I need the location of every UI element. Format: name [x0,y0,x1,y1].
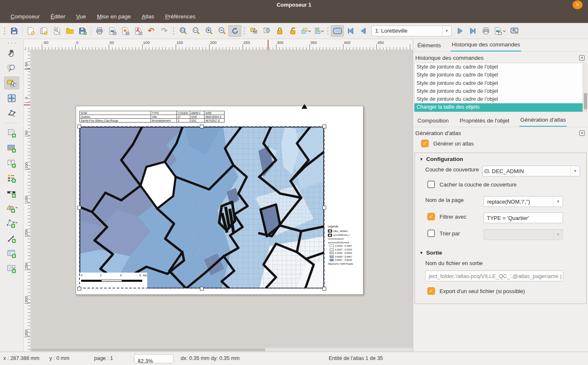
configuration-header[interactable]: ▼ Configuration [419,156,463,162]
toolbar-grip[interactable] [243,26,246,36]
save-icon[interactable] [8,25,20,37]
selection-handle[interactable] [77,287,81,291]
atlas-feature-combobox[interactable]: 1: Loretteville ▼ [371,26,452,36]
list-item[interactable]: Style de jointure du cadre de l'objet [414,63,583,71]
selection-handle[interactable] [77,206,81,209]
add-arrow-icon[interactable] [4,232,19,245]
selection-handle[interactable] [200,287,204,291]
selection-handle[interactable] [200,125,204,128]
output-filename-input[interactable]: ject_folder,'/atlas-pcq/VILLE_QC_',@atla… [425,271,563,281]
sort-checkbox[interactable] [427,230,435,237]
unlock-icon[interactable] [286,25,299,37]
select-move-item-icon[interactable] [247,25,260,37]
list-item-selected[interactable]: Changer la taille des objets [414,103,583,111]
window-close-button[interactable]: ✕ [573,0,583,9]
add-basic-shape-icon[interactable] [4,202,19,215]
selection-handle[interactable] [77,125,81,128]
tab-composition[interactable]: Composition [417,115,450,127]
add-attribute-table-icon[interactable] [4,247,19,260]
close-icon[interactable]: ✕ [579,55,585,61]
tab-item-properties[interactable]: Propriétés de l'objet [459,115,510,127]
zoom-actual-icon[interactable]: 1:1 [189,25,202,37]
hide-coverage-checkbox[interactable] [427,181,435,188]
add-html-frame-icon[interactable] [4,262,19,275]
filter-checkbox[interactable]: ✓ [427,213,435,220]
select-move-item-tool-icon[interactable] [4,77,19,89]
menu-preferences[interactable]: Préférences [161,12,200,21]
canvas-horizontal-scrollbar[interactable] [31,348,413,352]
zoom-in-icon[interactable] [202,25,215,37]
attribute-table-item[interactable]: NOM TYPE CODEID ABREV AIRE Québec Ville … [79,111,225,123]
export-pdf-icon[interactable] [132,25,145,37]
menu-editer[interactable]: Éditer [46,12,70,21]
atlas-first-icon[interactable] [344,25,357,37]
raise-items-icon[interactable] [299,25,312,37]
add-image-icon[interactable] [4,142,19,155]
edit-nodes-tool-icon[interactable] [4,107,19,120]
print-atlas-icon[interactable] [479,25,492,37]
atlas-previous-icon[interactable] [357,25,370,37]
open-folder-icon[interactable] [63,25,76,37]
add-scalebar-icon[interactable] [4,187,19,200]
selection-handle[interactable] [322,206,326,209]
list-item[interactable]: Style de jointure du cadre de l'objet [414,95,583,103]
export-svg-icon[interactable] [119,25,132,37]
list-item[interactable]: Style de jointure du cadre de l'objet [414,71,583,79]
refresh-view-icon[interactable] [228,25,241,37]
zoom-tool-icon[interactable] [4,61,19,74]
menu-composeur[interactable]: Composeur [6,12,44,21]
lock-icon[interactable] [273,25,286,37]
legend-item[interactable]: Légende DEC_ADMIN grmr000b11a_f Circonsc… [326,223,363,268]
export-atlas-icon[interactable] [492,25,508,37]
add-nodes-shape-icon[interactable] [4,217,19,230]
generate-atlas-checkbox[interactable]: ✓ [421,140,429,147]
scrollbar-thumb[interactable] [31,348,265,351]
toggle-atlas-preview-icon[interactable] [331,25,344,37]
move-item-content-icon[interactable] [260,25,273,37]
composition-manager-icon[interactable] [50,25,63,37]
tab-command-history[interactable]: Historique des commandes [451,39,521,51]
redo-icon[interactable]: ↷ [158,25,171,37]
export-image-icon[interactable] [106,25,119,37]
zoom-level-combobox[interactable]: 42.3% ▼ [134,354,174,363]
toolbox-grip[interactable] [7,41,17,45]
filter-input[interactable]: TYPE = 'Quartier' [483,212,563,223]
close-icon[interactable]: ✕ [579,130,585,136]
align-items-icon[interactable] [312,25,325,37]
new-composition-icon[interactable] [24,25,37,37]
undo-icon[interactable]: ↶ [145,25,158,37]
history-scrollbar[interactable] [583,63,588,112]
tab-atlas-generation[interactable]: Génération d'atlas [519,114,567,127]
print-icon[interactable] [93,25,106,37]
list-item[interactable]: Style de jointure du cadre de l'objet [414,79,583,87]
selection-handle[interactable] [322,287,326,291]
arrow-item[interactable] [302,104,307,109]
add-label-icon[interactable]: T [4,157,19,170]
atlas-last-icon[interactable] [466,25,479,37]
add-legend-icon[interactable] [4,172,19,185]
pan-tool-icon[interactable] [4,46,19,59]
zoom-full-icon[interactable] [176,25,189,37]
coverage-layer-combobox[interactable]: DEC_ADMIN ▼ [482,166,580,176]
duplicate-composition-icon[interactable] [37,25,50,37]
scrollbar-thumb[interactable] [584,93,587,110]
tab-elements[interactable]: Éléments [417,40,442,51]
menu-atlas[interactable]: Atlas [137,12,159,21]
toolbar-grip[interactable] [3,26,6,36]
page-name-combobox[interactable]: replace(NOM,'/','') ▼ [483,196,563,207]
toolbar-grip[interactable] [172,26,175,36]
zoom-out-icon[interactable] [215,25,228,37]
add-new-map-icon[interactable] [4,127,19,140]
toolbar-grip[interactable] [326,26,330,36]
menu-vue[interactable]: Vue [72,12,91,21]
atlas-settings-icon[interactable] [508,25,521,37]
selection-handle[interactable] [322,125,326,128]
menu-mise-en-page[interactable]: Mise en page [92,12,135,21]
save-as-template-icon[interactable] [76,25,89,37]
list-item[interactable]: Style de jointure du cadre de l'objet [414,87,583,95]
single-file-checkbox[interactable]: ✓ [427,287,435,295]
move-item-content-tool-icon[interactable] [4,92,19,105]
chevron-down-icon[interactable]: ▼ [442,26,451,36]
atlas-next-icon[interactable] [453,25,466,37]
output-header[interactable]: ▼ Sortie [419,250,442,256]
